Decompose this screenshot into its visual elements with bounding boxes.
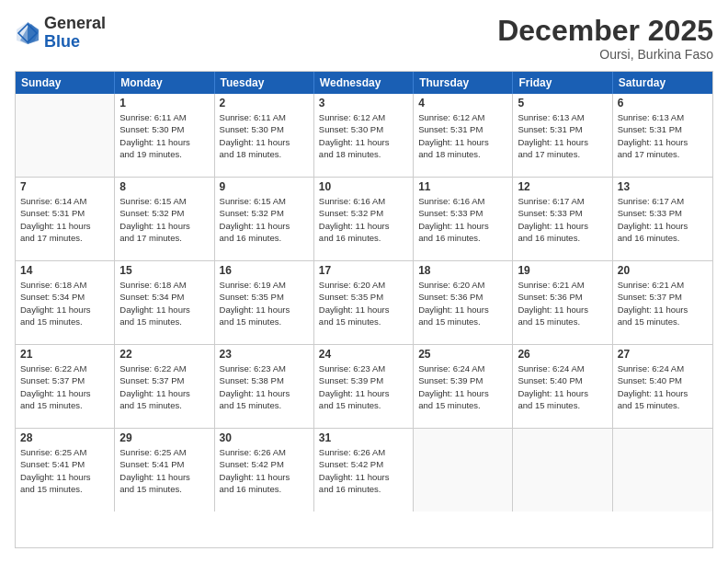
- calendar-week-row: 7Sunrise: 6:14 AM Sunset: 5:31 PM Daylig…: [16, 178, 712, 261]
- day-info: Sunrise: 6:17 AM Sunset: 5:33 PM Dayligh…: [618, 195, 708, 244]
- day-info: Sunrise: 6:24 AM Sunset: 5:39 PM Dayligh…: [418, 362, 507, 411]
- day-number: 12: [518, 180, 607, 193]
- calendar-cell: 27Sunrise: 6:24 AM Sunset: 5:40 PM Dayli…: [613, 345, 712, 428]
- day-number: 22: [119, 348, 209, 361]
- calendar-cell: 30Sunrise: 6:26 AM Sunset: 5:42 PM Dayli…: [215, 429, 314, 511]
- day-number: 16: [220, 264, 309, 277]
- calendar-cell: 21Sunrise: 6:22 AM Sunset: 5:37 PM Dayli…: [16, 345, 115, 428]
- day-number: 28: [20, 431, 109, 444]
- calendar-cell: 17Sunrise: 6:20 AM Sunset: 5:35 PM Dayli…: [314, 261, 414, 344]
- day-number: 5: [518, 97, 607, 109]
- calendar-cell: 6Sunrise: 6:13 AM Sunset: 5:31 PM Daylig…: [613, 94, 712, 177]
- day-info: Sunrise: 6:14 AM Sunset: 5:31 PM Dayligh…: [20, 195, 109, 244]
- page: General Blue December 2025 Oursi, Burkin…: [0, 0, 728, 563]
- calendar-header-cell: Friday: [513, 72, 612, 94]
- calendar-cell: 2Sunrise: 6:11 AM Sunset: 5:30 PM Daylig…: [215, 94, 314, 177]
- calendar-header-cell: Wednesday: [314, 72, 414, 94]
- day-number: 30: [220, 431, 309, 444]
- day-info: Sunrise: 6:22 AM Sunset: 5:37 PM Dayligh…: [20, 362, 109, 411]
- day-number: 21: [20, 348, 109, 361]
- calendar-cell: 15Sunrise: 6:18 AM Sunset: 5:34 PM Dayli…: [115, 261, 214, 344]
- day-info: Sunrise: 6:25 AM Sunset: 5:41 PM Dayligh…: [119, 446, 209, 495]
- day-info: Sunrise: 6:13 AM Sunset: 5:31 PM Dayligh…: [518, 111, 607, 160]
- day-number: 1: [119, 97, 209, 109]
- calendar-week-row: 14Sunrise: 6:18 AM Sunset: 5:34 PM Dayli…: [16, 261, 712, 345]
- calendar-week-row: 21Sunrise: 6:22 AM Sunset: 5:37 PM Dayli…: [16, 345, 712, 429]
- day-info: Sunrise: 6:18 AM Sunset: 5:34 PM Dayligh…: [119, 279, 209, 327]
- day-info: Sunrise: 6:24 AM Sunset: 5:40 PM Dayligh…: [518, 362, 607, 411]
- calendar-cell: 11Sunrise: 6:16 AM Sunset: 5:33 PM Dayli…: [414, 178, 513, 260]
- day-number: 29: [119, 431, 209, 444]
- day-number: 24: [319, 348, 408, 361]
- day-info: Sunrise: 6:26 AM Sunset: 5:42 PM Dayligh…: [319, 446, 408, 495]
- day-number: 13: [618, 180, 708, 193]
- day-number: 14: [20, 264, 109, 277]
- day-info: Sunrise: 6:25 AM Sunset: 5:41 PM Dayligh…: [20, 446, 109, 495]
- day-info: Sunrise: 6:21 AM Sunset: 5:36 PM Dayligh…: [518, 279, 607, 327]
- day-number: 10: [319, 180, 408, 193]
- day-number: 2: [220, 97, 309, 109]
- calendar-header-cell: Thursday: [414, 72, 513, 94]
- day-info: Sunrise: 6:12 AM Sunset: 5:30 PM Dayligh…: [319, 111, 408, 160]
- day-info: Sunrise: 6:16 AM Sunset: 5:33 PM Dayligh…: [418, 195, 507, 244]
- day-info: Sunrise: 6:16 AM Sunset: 5:32 PM Dayligh…: [319, 195, 408, 244]
- day-info: Sunrise: 6:20 AM Sunset: 5:36 PM Dayligh…: [418, 279, 507, 327]
- day-info: Sunrise: 6:15 AM Sunset: 5:32 PM Dayligh…: [119, 195, 209, 244]
- location: Oursi, Burkina Faso: [497, 47, 713, 62]
- logo-blue: Blue: [44, 33, 106, 52]
- day-info: Sunrise: 6:24 AM Sunset: 5:40 PM Dayligh…: [618, 362, 708, 411]
- calendar-cell: 9Sunrise: 6:15 AM Sunset: 5:32 PM Daylig…: [215, 178, 314, 260]
- calendar-cell: [513, 429, 612, 511]
- calendar-cell: 22Sunrise: 6:22 AM Sunset: 5:37 PM Dayli…: [115, 345, 214, 428]
- calendar-cell: 16Sunrise: 6:19 AM Sunset: 5:35 PM Dayli…: [215, 261, 314, 344]
- day-number: 31: [319, 431, 408, 444]
- calendar-cell: 29Sunrise: 6:25 AM Sunset: 5:41 PM Dayli…: [115, 429, 214, 511]
- calendar-header-cell: Tuesday: [215, 72, 314, 94]
- calendar-cell: 14Sunrise: 6:18 AM Sunset: 5:34 PM Dayli…: [16, 261, 115, 344]
- day-number: 17: [319, 264, 408, 277]
- calendar-week-row: 1Sunrise: 6:11 AM Sunset: 5:30 PM Daylig…: [16, 94, 712, 178]
- calendar-header-cell: Saturday: [613, 72, 712, 94]
- day-number: 11: [418, 180, 507, 193]
- calendar-cell: 28Sunrise: 6:25 AM Sunset: 5:41 PM Dayli…: [16, 429, 115, 511]
- calendar-cell: 19Sunrise: 6:21 AM Sunset: 5:36 PM Dayli…: [513, 261, 612, 344]
- day-number: 9: [220, 180, 309, 193]
- day-info: Sunrise: 6:13 AM Sunset: 5:31 PM Dayligh…: [618, 111, 708, 160]
- calendar: SundayMondayTuesdayWednesdayThursdayFrid…: [15, 71, 713, 548]
- calendar-header-cell: Sunday: [16, 72, 115, 94]
- calendar-cell: 7Sunrise: 6:14 AM Sunset: 5:31 PM Daylig…: [16, 178, 115, 260]
- day-number: 27: [618, 348, 708, 361]
- day-info: Sunrise: 6:12 AM Sunset: 5:31 PM Dayligh…: [418, 111, 507, 160]
- calendar-cell: 5Sunrise: 6:13 AM Sunset: 5:31 PM Daylig…: [513, 94, 612, 177]
- day-info: Sunrise: 6:18 AM Sunset: 5:34 PM Dayligh…: [20, 279, 109, 327]
- month-title: December 2025: [497, 15, 713, 47]
- logo-icon: [15, 20, 40, 46]
- day-number: 18: [418, 264, 507, 277]
- calendar-week-row: 28Sunrise: 6:25 AM Sunset: 5:41 PM Dayli…: [16, 429, 712, 511]
- calendar-cell: 23Sunrise: 6:23 AM Sunset: 5:38 PM Dayli…: [215, 345, 314, 428]
- calendar-cell: 12Sunrise: 6:17 AM Sunset: 5:33 PM Dayli…: [513, 178, 612, 260]
- calendar-cell: 31Sunrise: 6:26 AM Sunset: 5:42 PM Dayli…: [314, 429, 414, 511]
- day-info: Sunrise: 6:19 AM Sunset: 5:35 PM Dayligh…: [220, 279, 309, 327]
- calendar-header: SundayMondayTuesdayWednesdayThursdayFrid…: [16, 72, 712, 94]
- calendar-cell: [414, 429, 513, 511]
- day-number: 8: [119, 180, 209, 193]
- day-number: 20: [618, 264, 708, 277]
- calendar-cell: 8Sunrise: 6:15 AM Sunset: 5:32 PM Daylig…: [115, 178, 214, 260]
- title-area: December 2025 Oursi, Burkina Faso: [497, 15, 713, 62]
- day-number: 4: [418, 97, 507, 109]
- day-info: Sunrise: 6:11 AM Sunset: 5:30 PM Dayligh…: [220, 111, 309, 160]
- calendar-cell: 10Sunrise: 6:16 AM Sunset: 5:32 PM Dayli…: [314, 178, 414, 260]
- day-info: Sunrise: 6:23 AM Sunset: 5:39 PM Dayligh…: [319, 362, 408, 411]
- calendar-cell: 3Sunrise: 6:12 AM Sunset: 5:30 PM Daylig…: [314, 94, 414, 177]
- day-info: Sunrise: 6:23 AM Sunset: 5:38 PM Dayligh…: [220, 362, 309, 411]
- header: General Blue December 2025 Oursi, Burkin…: [15, 15, 713, 62]
- logo: General Blue: [15, 15, 106, 52]
- calendar-cell: 20Sunrise: 6:21 AM Sunset: 5:37 PM Dayli…: [613, 261, 712, 344]
- day-number: 25: [418, 348, 507, 361]
- day-info: Sunrise: 6:26 AM Sunset: 5:42 PM Dayligh…: [220, 446, 309, 495]
- day-number: 23: [220, 348, 309, 361]
- calendar-cell: 18Sunrise: 6:20 AM Sunset: 5:36 PM Dayli…: [414, 261, 513, 344]
- day-info: Sunrise: 6:20 AM Sunset: 5:35 PM Dayligh…: [319, 279, 408, 327]
- calendar-cell: [16, 94, 115, 177]
